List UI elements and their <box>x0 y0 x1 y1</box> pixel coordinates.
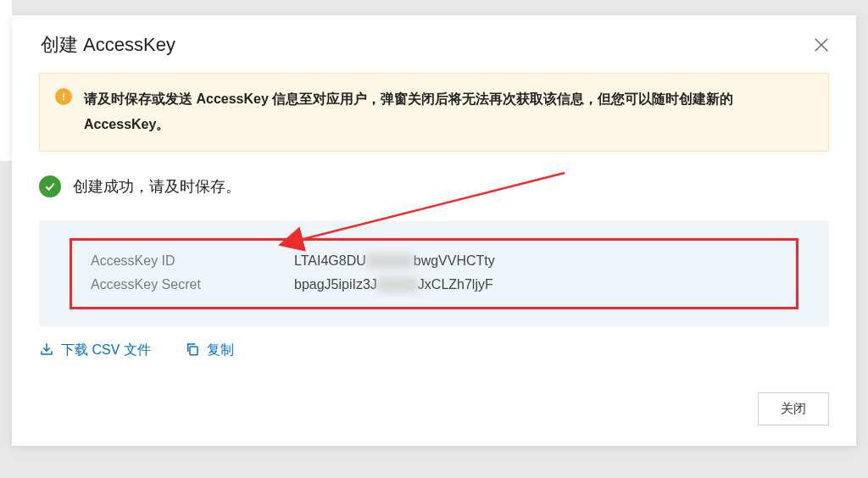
svg-point-4 <box>63 99 64 101</box>
accesskey-info-panel: AccessKey ID LTAI4G8DUxxxxxxxbwgVVHCTty … <box>39 221 829 326</box>
download-csv-label: 下载 CSV 文件 <box>61 342 151 359</box>
modal-footer: 关闭 <box>12 392 829 425</box>
copy-icon <box>185 342 200 360</box>
accesskey-id-row: AccessKey ID LTAI4G8DUxxxxxxxbwgVVHCTty <box>72 249 796 273</box>
modal-header: 创建 AccessKey <box>12 15 856 73</box>
accesskey-secret-label: AccessKey Secret <box>91 277 294 292</box>
download-csv-button[interactable]: 下载 CSV 文件 <box>39 342 151 360</box>
accesskey-secret-row: AccessKey Secret bpagJ5ipiIz3JxxxxxxJxCL… <box>72 273 796 297</box>
svg-rect-5 <box>190 347 198 355</box>
copy-button[interactable]: 复制 <box>185 342 234 360</box>
download-icon <box>39 342 54 360</box>
success-text: 创建成功，请及时保存。 <box>73 176 241 197</box>
accesskey-id-value: LTAI4G8DUxxxxxxxbwgVVHCTty <box>294 253 495 269</box>
warning-banner: 请及时保存或发送 AccessKey 信息至对应用户，弹窗关闭后将无法再次获取该… <box>39 73 829 152</box>
create-accesskey-modal: 创建 AccessKey 请及时保存或发送 AccessKey 信息至对应用户，… <box>12 15 856 446</box>
redacted-span: xxxxxx <box>377 277 418 292</box>
background-strip <box>0 0 12 161</box>
copy-label: 复制 <box>207 342 234 359</box>
warning-icon <box>55 88 72 105</box>
redacted-span: xxxxxxx <box>366 253 414 269</box>
svg-rect-3 <box>63 93 64 97</box>
success-row: 创建成功，请及时保存。 <box>39 175 829 197</box>
accesskey-highlight-box: AccessKey ID LTAI4G8DUxxxxxxxbwgVVHCTty … <box>70 238 798 309</box>
accesskey-secret-value: bpagJ5ipiIz3JxxxxxxJxCLZh7ljyF <box>294 277 493 292</box>
close-button[interactable]: 关闭 <box>758 392 829 425</box>
actions-row: 下载 CSV 文件 复制 <box>39 342 829 360</box>
warning-text: 请及时保存或发送 AccessKey 信息至对应用户，弹窗关闭后将无法再次获取该… <box>84 86 810 138</box>
modal-title: 创建 AccessKey <box>41 32 175 58</box>
close-icon[interactable] <box>810 34 832 56</box>
success-check-icon <box>39 175 61 197</box>
accesskey-id-label: AccessKey ID <box>91 253 294 269</box>
